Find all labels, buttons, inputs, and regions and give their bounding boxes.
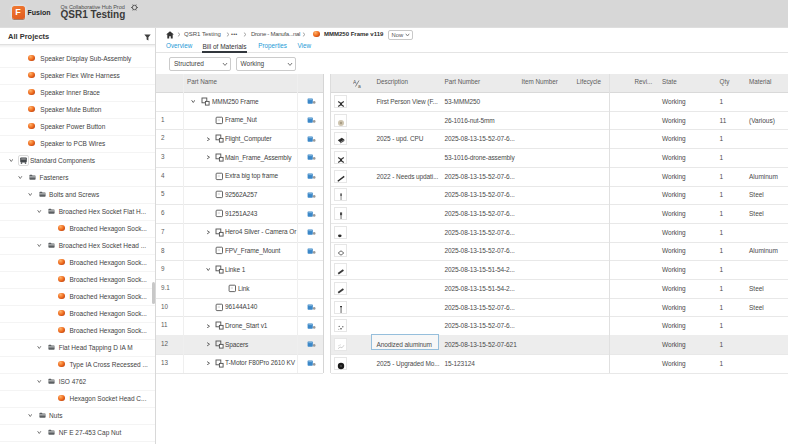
svg-text:A: A: [353, 79, 357, 85]
svg-text:a: a: [358, 83, 361, 88]
